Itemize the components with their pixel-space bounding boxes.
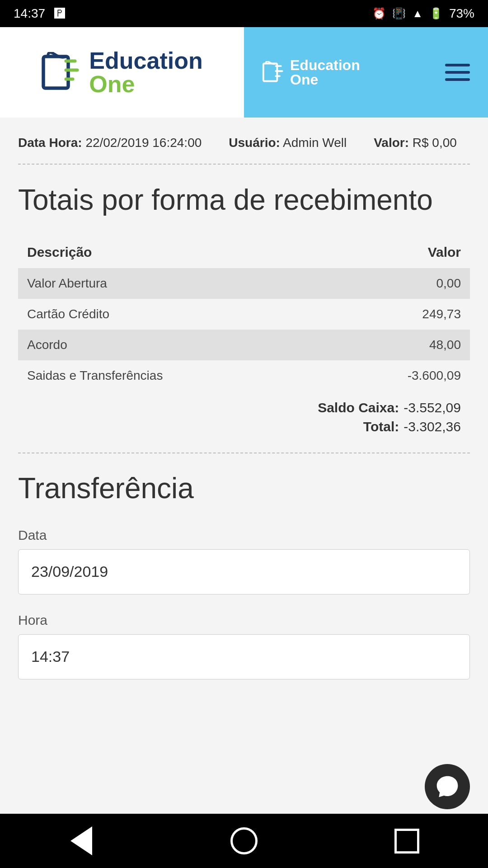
usuario-label: Usuário:: [229, 136, 280, 150]
usuario-field: Usuário: Admin Well: [229, 136, 347, 150]
logo-text-one: One: [89, 72, 202, 96]
navigation-bar: [0, 814, 488, 868]
divider-1: [18, 164, 470, 165]
table-row: Valor Abertura 0,00: [18, 268, 470, 299]
chat-icon: [435, 774, 460, 799]
divider-2: [18, 453, 470, 453]
row-valor-3: -3.600,09: [408, 368, 461, 383]
vibrate-icon: 📳: [392, 7, 406, 20]
row-descricao-2: Acordo: [27, 338, 67, 352]
saldo-caixa-value: -3.552,09: [404, 400, 461, 415]
row-descricao-0: Valor Abertura: [27, 276, 107, 291]
hora-input[interactable]: [18, 634, 470, 679]
hamburger-line-3: [445, 78, 470, 81]
row-valor-0: 0,00: [436, 276, 461, 291]
data-input[interactable]: [18, 549, 470, 594]
data-hora-label: Data Hora:: [18, 136, 82, 150]
data-hora-field: Data Hora: 22/02/2019 16:24:00: [18, 136, 202, 150]
status-time: 14:37: [14, 6, 45, 21]
recents-button[interactable]: [389, 823, 425, 859]
nav-logo: Education One: [262, 58, 360, 87]
alarm-icon: ⏰: [372, 7, 386, 20]
logo-area: Education One: [0, 27, 244, 118]
table-row: Acordo 48,00: [18, 330, 470, 360]
data-field-group: Data: [18, 528, 470, 594]
table-row: Saidas e Transferências -3.600,09: [18, 360, 470, 391]
meta-info: Data Hora: 22/02/2019 16:24:00 Usuário: …: [18, 136, 470, 150]
hora-label: Hora: [18, 613, 470, 628]
recents-icon: [394, 829, 419, 854]
main-content: Data Hora: 22/02/2019 16:24:00 Usuário: …: [0, 118, 488, 814]
home-button[interactable]: [226, 823, 262, 859]
nav-logo-one: One: [290, 72, 360, 87]
data-hora-value: 22/02/2019 16:24:00: [85, 136, 202, 150]
battery-percent: 73%: [449, 6, 474, 21]
back-button[interactable]: [63, 823, 99, 859]
wifi-icon: ▲: [412, 7, 423, 20]
table-header: Descrição Valor: [18, 240, 470, 264]
saldo-caixa-row: Saldo Caixa: -3.552,09: [318, 400, 461, 415]
valor-value: R$ 0,00: [413, 136, 457, 150]
total-label: Total:: [363, 419, 399, 434]
chat-fab-button[interactable]: [425, 764, 470, 809]
totais-table: Descrição Valor Valor Abertura 0,00 Cart…: [18, 240, 470, 391]
total-value: -3.302,36: [404, 419, 461, 434]
transferencia-title: Transferência: [18, 472, 470, 505]
total-row: Total: -3.302,36: [363, 419, 461, 434]
hora-field-group: Hora: [18, 613, 470, 679]
header-nav: Education One: [244, 27, 488, 118]
valor-field: Valor: R$ 0,00: [374, 136, 457, 150]
col-descricao: Descrição: [27, 245, 92, 260]
hamburger-menu[interactable]: [445, 64, 470, 81]
usuario-value: Admin Well: [283, 136, 347, 150]
nav-logo-education: Education: [290, 58, 360, 72]
parking-icon: 🅿: [54, 7, 65, 20]
battery-icon: 🔋: [429, 7, 443, 20]
app-header: Education One Education One: [0, 27, 488, 118]
data-label: Data: [18, 528, 470, 543]
row-descricao-3: Saidas e Transferências: [27, 368, 163, 383]
valor-label: Valor:: [374, 136, 409, 150]
logo-icon: [41, 52, 82, 93]
status-bar: 14:37 🅿 ⏰ 📳 ▲ 🔋 73%: [0, 0, 488, 27]
logo-text-education: Education: [89, 49, 202, 72]
row-valor-1: 249,73: [422, 307, 461, 321]
saldo-caixa-label: Saldo Caixa:: [318, 400, 399, 415]
hamburger-line-1: [445, 64, 470, 66]
row-valor-2: 48,00: [429, 338, 461, 352]
home-icon: [230, 827, 258, 854]
row-descricao-1: Cartão Crédito: [27, 307, 109, 321]
hamburger-line-2: [445, 71, 470, 74]
col-valor: Valor: [428, 245, 461, 260]
summary-section: Saldo Caixa: -3.552,09 Total: -3.302,36: [18, 400, 470, 434]
nav-logo-icon: [262, 61, 285, 84]
section-title: Totais por forma de recebimento: [18, 183, 470, 217]
back-icon: [70, 826, 92, 855]
table-row: Cartão Crédito 249,73: [18, 299, 470, 330]
